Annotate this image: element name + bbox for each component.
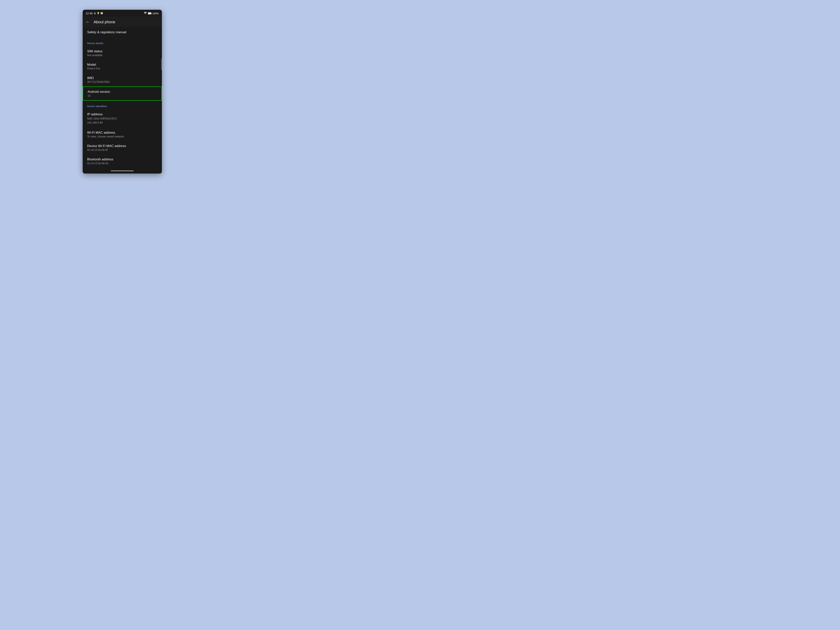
device-details-header: Device details (83, 38, 162, 46)
home-bar (111, 171, 134, 171)
android-version-item[interactable]: Android version 13 (83, 87, 162, 101)
device-identifiers-header: Device identifiers (83, 101, 162, 109)
phone-frame: 12:48 ⚙ 💡 (83, 10, 162, 174)
ip-address-title: IP address (87, 112, 157, 116)
content-area: Safety & regulatory manual Device detail… (83, 27, 162, 169)
imei-title: IMEI (87, 76, 157, 80)
imei-item[interactable]: IMEI 357721782947683 (83, 73, 162, 87)
svg-rect-2 (151, 13, 152, 14)
ip-address-item[interactable]: IP address fe80::304c:93ff:fe53:f572192.… (83, 109, 162, 128)
device-identifiers-label: Device identifiers (87, 105, 107, 108)
home-indicator (83, 169, 162, 174)
model-title: Model (87, 63, 157, 66)
svg-rect-1 (148, 13, 151, 14)
battery-text: 100% (152, 12, 159, 15)
device-wifi-mac-item[interactable]: Device Wi-Fi MAC address 0c:c4:13:2e:0e:… (83, 141, 162, 155)
battery-container: 100% (148, 12, 159, 15)
model-item[interactable]: Model Pixel 6 Pro (83, 60, 162, 73)
scrollbar-thumb (161, 58, 162, 70)
alert-icon (100, 12, 103, 15)
android-version-value: 13 (88, 94, 157, 97)
wifi-icon (144, 12, 147, 15)
bluetooth-address-value: 0c:c4:13:2e:0e:0e (87, 162, 157, 165)
battery-icon (148, 12, 152, 15)
device-wifi-mac-value: 0c:c4:13:2e:0e:0f (87, 148, 157, 152)
android-version-title: Android version (88, 90, 157, 94)
sim-status-item[interactable]: SIM status Not available (83, 46, 162, 60)
settings-icon: ⚙ (94, 12, 96, 15)
ip-address-value: fe80::304c:93ff:fe53:f572192.168.0.80 (87, 117, 157, 125)
page-title: About phone (94, 20, 115, 24)
model-value: Pixel 6 Pro (87, 67, 157, 70)
wifi-mac-item[interactable]: Wi-Fi MAC address To view, choose saved … (83, 128, 162, 141)
status-bar-left: 12:48 ⚙ 💡 (86, 12, 103, 15)
status-icons: ⚙ 💡 (94, 12, 103, 15)
content-wrapper: Safety & regulatory manual Device detail… (83, 27, 162, 169)
wifi-mac-value: To view, choose saved network (87, 135, 157, 138)
wifi-mac-title: Wi-Fi MAC address (87, 131, 157, 134)
status-time: 12:48 (86, 12, 93, 15)
bulb-icon: 💡 (97, 12, 99, 15)
sim-status-value: Not available (87, 54, 157, 57)
safety-regulatory-title: Safety & regulatory manual (87, 30, 157, 34)
sim-status-title: SIM status (87, 49, 157, 53)
status-bar-right: 100% (144, 12, 159, 15)
status-bar: 12:48 ⚙ 💡 (83, 10, 162, 17)
scrollbar[interactable] (161, 27, 162, 169)
device-wifi-mac-title: Device Wi-Fi MAC address (87, 144, 157, 148)
nav-bar: ← About phone (83, 17, 162, 27)
device-details-label: Device details (87, 42, 103, 45)
safety-regulatory-item[interactable]: Safety & regulatory manual (83, 27, 162, 38)
back-button[interactable]: ← (86, 19, 90, 24)
bluetooth-address-item[interactable]: Bluetooth address 0c:c4:13:2e:0e:0e (83, 155, 162, 169)
imei-value: 357721782947683 (87, 81, 157, 84)
bluetooth-address-title: Bluetooth address (87, 158, 157, 161)
